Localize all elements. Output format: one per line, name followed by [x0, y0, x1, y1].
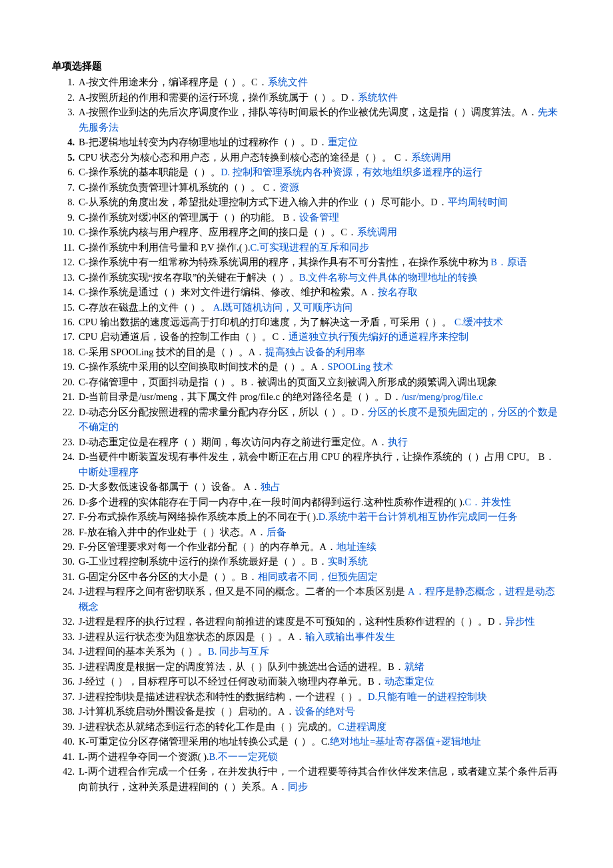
question-text: CPU 启动通道后，设备的控制工作由（ ）。C． — [79, 331, 289, 342]
question-item: 20.C-存储管理中，页面抖动是指（ ）。B．被调出的页面又立刻被调入所形成的频… — [52, 375, 561, 389]
question-content: C-从系统的角度出发，希望批处理控制方式下进入输入井的作业（ ）尽可能小。D．平… — [79, 195, 561, 209]
question-number: 18. — [52, 345, 79, 359]
question-text: C-存放在磁盘上的文件（ ）。 — [79, 302, 213, 313]
question-content: D-多个进程的实体能存在于同一内存中,在一段时间内都得到运行.这种性质称作进程的… — [79, 495, 561, 509]
question-item: 1.A-按文件用途来分，编译程序是（ ）。C．系统文件 — [52, 75, 561, 89]
question-content: A-按照所起的作用和需要的运行环境，操作系统属于（ ）。D．系统软件 — [79, 90, 561, 105]
question-item: 40.K-可重定位分区存储管理采用的地址转换公式是（ ）。C.绝对地址=基址寄存… — [52, 734, 561, 749]
question-content: D-动态分区分配按照进程的需求量分配内存分区，所以（ ）。D．分区的长度不是预先… — [79, 405, 561, 435]
question-item: 12.C-操作系统中有一组常称为特殊系统调用的程序，其操作具有不可分割性，在操作… — [52, 255, 561, 269]
question-content: D-动态重定位是在程序（ ）期间，每次访问内存之前进行重定位。A．执行 — [79, 435, 561, 449]
question-content: C-存储管理中，页面抖动是指（ ）。B．被调出的页面又立刻被调入所形成的频繁调入… — [79, 375, 561, 389]
question-item: 27.F-分布式操作系统与网络操作系统本质上的不同在于( ).D.系统中若干台计… — [52, 509, 561, 524]
question-number: 22. — [52, 405, 79, 419]
question-item: 39.J-进程状态从就绪态到运行态的转化工作是由（ ）完成的。C.进程调度 — [52, 719, 561, 734]
answer-text: 执行 — [388, 437, 408, 447]
question-text: CPU 状态分为核心态和用户态，从用户态转换到核心态的途径是（ ）。 C． — [79, 152, 411, 163]
question-content: C-存放在磁盘上的文件（ ）。 A.既可随机访问，又可顺序访问 — [79, 300, 561, 315]
question-number: 39. — [52, 719, 79, 734]
question-content: J-计算机系统启动外围设备是按（ ）启动的。A．设备的绝对号 — [79, 704, 561, 719]
question-number: 37. — [52, 689, 79, 704]
answer-text: B.文件名称与文件具体的物理地址的转换 — [299, 272, 478, 283]
question-item: 19.C-操作系统中采用的以空间换取时间技术的是（ ）。A．SPOOLing 技… — [52, 359, 561, 374]
answer-text: 独占 — [261, 481, 281, 492]
question-item: 3.A-按照作业到达的先后次序调度作业，排队等待时间最长的作业被优先调度，这是指… — [52, 105, 561, 135]
question-number: 1. — [52, 75, 79, 89]
question-content: J-进程是程序的执行过程，各进程向前推进的速度是不可预知的，这种性质称作进程的（… — [79, 614, 561, 629]
question-text: F-分布式操作系统与网络操作系统本质上的不同在于( ). — [79, 511, 318, 522]
question-text: A-按文件用途来分，编译程序是（ ）。C． — [79, 77, 268, 87]
question-content: L-两个进程争夺同一个资源( ).B.不一一定死锁 — [79, 749, 561, 764]
question-text: C-操作系统是通过（ ）来对文件进行编辑、修改、维护和检索。A． — [79, 287, 378, 297]
question-item: 31.G-固定分区中各分区的大小是（ ）。B．相同或者不同，但预先固定 — [52, 569, 561, 584]
answer-text: C.缓冲技术 — [454, 317, 503, 327]
question-number: 26. — [52, 495, 79, 509]
question-content: J-进程状态从就绪态到运行态的转化工作是由（ ）完成的。C.进程调度 — [79, 719, 561, 734]
question-number: 6. — [52, 165, 79, 179]
answer-text: 系统文件 — [268, 77, 308, 87]
question-content: C-操作系统中有一组常称为特殊系统调用的程序，其操作具有不可分割性，在操作系统中… — [79, 255, 561, 269]
question-content: D-当硬件中断装置发现有事件发生，就会中断正在占用 CPU 的程序执行，让操作系… — [79, 449, 561, 479]
question-item: 33.J-进程从运行状态变为阻塞状态的原因是（ ）。A．输入或输出事件发生 — [52, 629, 561, 644]
question-number: 16. — [52, 315, 79, 329]
answer-text: C.进程调度 — [338, 721, 386, 732]
question-number: 32. — [52, 614, 79, 629]
answer-text: D. 控制和管理系统内各种资源，有效地组织多道程序的运行 — [221, 167, 482, 177]
question-item: 37.J-进程控制块是描述进程状态和特性的数据结构，一个进程（ ）。D.只能有唯… — [52, 689, 561, 704]
question-content: C-操作系统负责管理计算机系统的（ ）。 C．资源 — [79, 180, 561, 195]
question-text: C-操作系统内核与用户程序、应用程序之间的接口是（ ）。C． — [79, 227, 357, 237]
question-item: 8.C-从系统的角度出发，希望批处理控制方式下进入输入井的作业（ ）尽可能小。D… — [52, 195, 561, 209]
question-number: 42. — [52, 764, 79, 779]
question-number: 33. — [52, 629, 79, 644]
question-content: J-进程从运行状态变为阻塞状态的原因是（ ）。A．输入或输出事件发生 — [79, 629, 561, 644]
answer-text: C.可实现进程的互斥和同步 — [251, 242, 369, 253]
question-content: J-进程间的基本关系为（ ）。B. 同步与互斥 — [79, 644, 561, 659]
question-content: C-采用 SPOOLing 技术的目的是（ ）。A．提高独占设备的利用率 — [79, 345, 561, 359]
question-number: 30. — [52, 554, 79, 569]
question-number: 35. — [52, 659, 79, 674]
question-text: C-操作系统的基本职能是（ ）。 — [79, 167, 221, 177]
question-item: 5.CPU 状态分为核心态和用户态，从用户态转换到核心态的途径是（ ）。 C．系… — [52, 150, 561, 165]
question-content: C-操作系统中采用的以空间换取时间技术的是（ ）。A．SPOOLing 技术 — [79, 359, 561, 374]
question-item: 26.D-多个进程的实体能存在于同一内存中,在一段时间内都得到运行.这种性质称作… — [52, 495, 561, 509]
question-text: D-多个进程的实体能存在于同一内存中,在一段时间内都得到运行.这种性质称作进程的… — [79, 497, 464, 507]
answer-text: 系统调用 — [411, 152, 451, 163]
question-text: A-按照所起的作用和需要的运行环境，操作系统属于（ ）。D． — [79, 92, 358, 103]
question-content: G-工业过程控制系统中运行的操作系统最好是（ ）。B．实时系统 — [79, 554, 561, 569]
question-number: 15. — [52, 300, 79, 315]
question-text: C-操作系统中利用信号量和 P,V 操作,( ). — [79, 242, 251, 253]
question-number: 13. — [52, 270, 79, 285]
answer-text: 相同或者不同，但预先固定 — [258, 571, 378, 582]
question-text: C-存储管理中，页面抖动是指（ ）。B．被调出的页面又立刻被调入所形成的频繁调入… — [79, 377, 497, 387]
answer-text: /usr/meng/prog/file.c — [402, 391, 483, 402]
question-content: J-经过（ ），目标程序可以不经过任何改动而装入物理内存单元。B．动态重定位 — [79, 674, 561, 689]
answer-text: 同步 — [288, 781, 308, 792]
answer-text: B．原语 — [490, 257, 527, 267]
question-item: 6.C-操作系统的基本职能是（ ）。D. 控制和管理系统内各种资源，有效地组织多… — [52, 165, 561, 179]
question-text: B-把逻辑地址转变为内存物理地址的过程称作（ ）。D． — [79, 137, 328, 147]
question-item: 38.J-计算机系统启动外围设备是按（ ）启动的。A．设备的绝对号 — [52, 704, 561, 719]
question-content: A-按文件用途来分，编译程序是（ ）。C．系统文件 — [79, 75, 561, 89]
question-text: C-从系统的角度出发，希望批处理控制方式下进入输入井的作业（ ）尽可能小。D． — [79, 197, 448, 207]
question-item: 9.C-操作系统对缓冲区的管理属于（ ）的功能。 B．设备管理 — [52, 210, 561, 225]
answer-text: 就绪 — [404, 661, 424, 672]
answer-text: 设备管理 — [299, 212, 339, 223]
answer-text: B.不一一定死锁 — [209, 751, 278, 762]
question-item: 24.J-进程与程序之间有密切联系，但又是不同的概念。二者的一个本质区别是 A．… — [52, 584, 561, 614]
question-number: 3. — [52, 105, 79, 119]
question-number: 21. — [52, 389, 79, 404]
question-item: 2.A-按照所起的作用和需要的运行环境，操作系统属于（ ）。D．系统软件 — [52, 90, 561, 105]
question-item: 25.D-大多数低速设备都属于（ ）设备。 A．独占 — [52, 479, 561, 494]
question-text: J-进程调度是根据一定的调度算法，从（ ）队列中挑选出合适的进程。B． — [79, 661, 404, 672]
question-content: D-当前目录是/usr/meng，其下属文件 prog/file.c 的绝对路径… — [79, 389, 561, 404]
question-content: G-固定分区中各分区的大小是（ ）。B．相同或者不同，但预先固定 — [79, 569, 561, 584]
question-item: 18.C-采用 SPOOLing 技术的目的是（ ）。A．提高独占设备的利用率 — [52, 345, 561, 359]
question-item: 34.J-进程间的基本关系为（ ）。B. 同步与互斥 — [52, 644, 561, 659]
answer-text: 按名存取 — [378, 287, 418, 297]
answer-text: B. 同步与互斥 — [208, 646, 269, 657]
question-number: 8. — [52, 195, 79, 209]
answer-text: D.系统中若干台计算机相互协作完成同一任务 — [318, 511, 518, 522]
question-content: J-进程控制块是描述进程状态和特性的数据结构，一个进程（ ）。D.只能有唯一的进… — [79, 689, 561, 704]
question-text: C-操作系统对缓冲区的管理属于（ ）的功能。 B． — [79, 212, 299, 223]
question-number: 10. — [52, 225, 79, 239]
